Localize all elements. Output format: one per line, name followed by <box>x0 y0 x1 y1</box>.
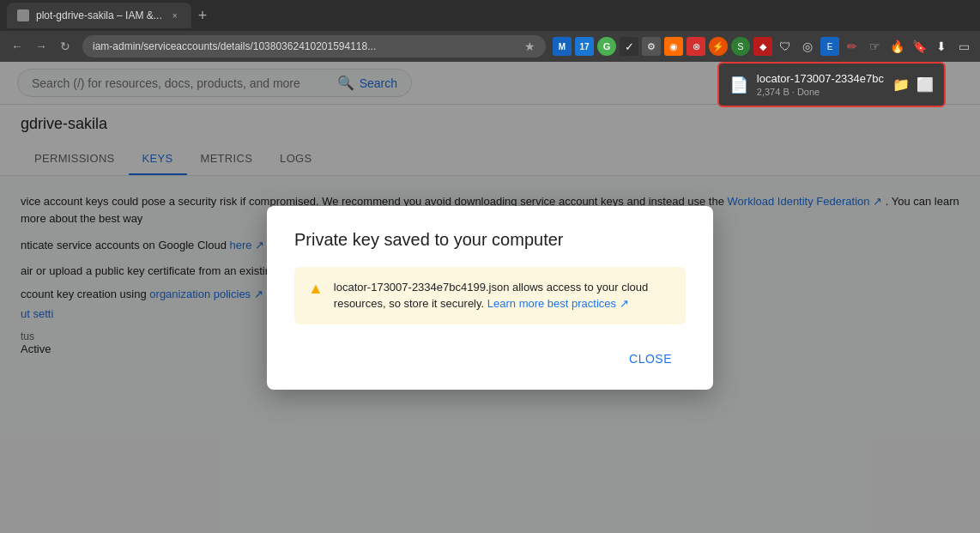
address-text: iam-admin/serviceaccounts/details/103803… <box>93 40 519 52</box>
modal-actions: CLOSE <box>294 345 686 372</box>
ext-icon-diamond[interactable]: ◆ <box>753 37 772 56</box>
download-popup: 📄 locator-173007-2334e7bc 2,374 B · Done… <box>717 62 946 107</box>
ext-icon-tiger[interactable]: ⚡ <box>709 37 728 56</box>
ext-icon-slash[interactable]: ✓ <box>620 37 638 56</box>
ext-icon-1[interactable]: M <box>553 37 572 56</box>
browser-chrome: plot-gdrive-sakila – IAM &... × + ← → ↻ … <box>0 0 980 62</box>
new-tab-button[interactable]: + <box>198 7 208 25</box>
modal-title: Private key saved to your computer <box>294 230 686 250</box>
ext-icon-g[interactable]: G <box>597 37 616 56</box>
back-button[interactable]: ← <box>7 36 27 57</box>
ext-icon-orange[interactable]: ◉ <box>664 37 683 56</box>
ext-icon-red[interactable]: ⊗ <box>687 37 705 56</box>
forward-button[interactable]: → <box>31 36 51 57</box>
ext-icon-circle[interactable]: ◎ <box>798 37 817 56</box>
reload-button[interactable]: ↻ <box>55 36 76 57</box>
ext-icon-shield[interactable]: 🛡 <box>776 37 795 56</box>
ext-icon-badge[interactable]: 17 <box>575 37 594 56</box>
modal-close-button[interactable]: CLOSE <box>615 345 686 372</box>
active-tab[interactable]: plot-gdrive-sakila – IAM &... × <box>7 3 191 28</box>
bookmark-icon[interactable]: ★ <box>524 39 535 53</box>
open-folder-button[interactable]: 📁 <box>892 76 910 93</box>
tab-favicon <box>17 9 29 21</box>
learn-more-link[interactable]: Learn more best practices ↗ <box>487 297 629 310</box>
ext-icon-menu[interactable]: ▭ <box>954 37 973 56</box>
download-filename: locator-173007-2334e7bc <box>757 72 884 85</box>
ext-icon-blue-e[interactable]: E <box>820 37 839 56</box>
ext-icon-finger[interactable]: ☞ <box>865 37 884 56</box>
ext-icon-bookmark[interactable]: 🔖 <box>910 37 929 56</box>
ext-icon-fire[interactable]: 🔥 <box>887 37 906 56</box>
open-file-button[interactable]: ⬜ <box>916 76 934 93</box>
ext-icon-snake[interactable]: S <box>731 37 750 56</box>
download-file-icon: 📄 <box>729 76 748 94</box>
download-info: locator-173007-2334e7bc 2,374 B · Done <box>757 72 884 97</box>
warning-triangle-icon: ▲ <box>308 280 324 298</box>
download-actions: 📁 ⬜ <box>892 76 934 93</box>
modal-overlay: Private key saved to your computer ▲ loc… <box>0 62 980 533</box>
download-meta: 2,374 B · Done <box>757 87 884 97</box>
modal-warning-box: ▲ locator-173007-2334e7bc4199.json allow… <box>294 267 686 324</box>
address-field[interactable]: iam-admin/serviceaccounts/details/103803… <box>82 35 546 58</box>
modal-warning-text: locator-173007-2334e7bc4199.json allows … <box>334 279 672 312</box>
nav-buttons: ← → ↻ <box>7 36 76 57</box>
tab-bar: plot-gdrive-sakila – IAM &... × + <box>0 0 980 31</box>
ext-download[interactable]: ⬇ <box>932 37 951 56</box>
modal-dialog: Private key saved to your computer ▲ loc… <box>267 206 713 390</box>
tab-close-button[interactable]: × <box>169 9 181 21</box>
ext-icon-cam[interactable]: ⚙ <box>642 37 661 56</box>
browser-extensions: M 17 G ✓ ⚙ ◉ ⊗ ⚡ S ◆ 🛡 ◎ E ✏ ☞ 🔥 🔖 ⬇ ▭ <box>553 37 973 56</box>
page-content: 🔍 Search gdrive-sakila PERMISSIONS KEYS … <box>0 62 980 533</box>
tab-title: plot-gdrive-sakila – IAM &... <box>36 9 162 21</box>
address-bar-row: ← → ↻ iam-admin/serviceaccounts/details/… <box>0 31 980 62</box>
ext-icon-edit[interactable]: ✏ <box>843 37 862 56</box>
